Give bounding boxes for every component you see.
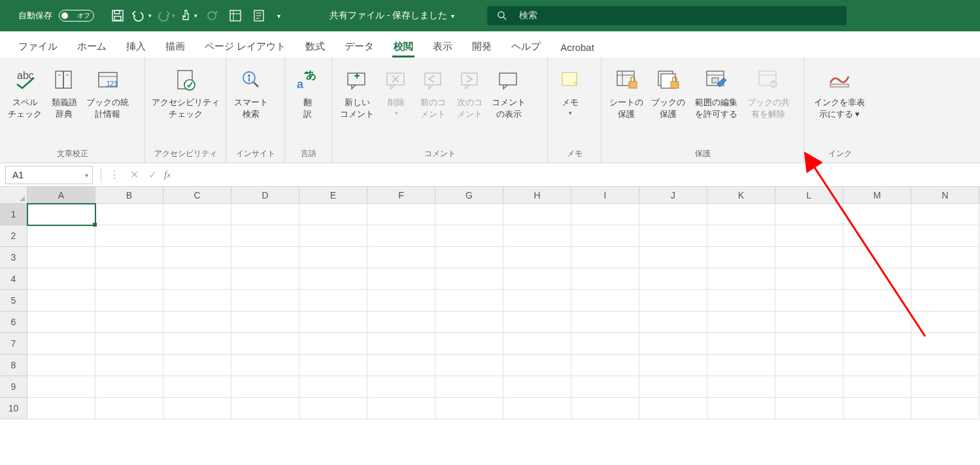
cell-A1[interactable] — [27, 204, 95, 225]
cell-N3[interactable] — [911, 247, 979, 268]
cell-F7[interactable] — [367, 333, 435, 355]
cell-M9[interactable] — [843, 376, 911, 398]
cell-H1[interactable] — [503, 204, 571, 225]
cell-C7[interactable] — [163, 333, 231, 355]
row-header-5[interactable]: 5 — [0, 290, 27, 312]
cell-A5[interactable] — [27, 290, 95, 312]
cell-A7[interactable] — [27, 333, 95, 355]
col-header-A[interactable]: A — [27, 187, 95, 203]
cell-D5[interactable] — [231, 290, 299, 312]
row-header-8[interactable]: 8 — [0, 355, 27, 376]
cell-L8[interactable] — [775, 355, 843, 376]
tab-7[interactable]: 校閲 — [384, 35, 422, 57]
cell-C6[interactable] — [163, 312, 231, 333]
workbook-stats-button[interactable]: 123 ブックの統 計情報 — [82, 61, 133, 148]
cell-M5[interactable] — [843, 290, 911, 312]
cell-A9[interactable] — [27, 376, 95, 398]
protect-sheet-button[interactable]: シートの 保護 — [605, 61, 647, 148]
cell-L3[interactable] — [775, 247, 843, 268]
cell-C8[interactable] — [163, 355, 231, 376]
cell-G1[interactable] — [435, 204, 503, 225]
tab-9[interactable]: 開発 — [463, 35, 501, 57]
thesaurus-button[interactable]: 類義語 辞典 — [46, 61, 82, 148]
tab-4[interactable]: ページ レイアウト — [195, 35, 295, 57]
cell-K6[interactable] — [707, 312, 775, 333]
cell-E6[interactable] — [299, 312, 367, 333]
cell-H9[interactable] — [503, 376, 571, 398]
cell-E10[interactable] — [299, 398, 367, 419]
cell-L9[interactable] — [775, 376, 843, 398]
cell-K8[interactable] — [707, 355, 775, 376]
tab-1[interactable]: ホーム — [68, 35, 116, 57]
cell-L1[interactable] — [775, 204, 843, 225]
cell-G3[interactable] — [435, 247, 503, 268]
cell-E1[interactable] — [299, 204, 367, 225]
cell-D8[interactable] — [231, 355, 299, 376]
cell-G10[interactable] — [435, 398, 503, 419]
cell-D1[interactable] — [231, 204, 299, 225]
cell-E2[interactable] — [299, 225, 367, 247]
cell-I8[interactable] — [571, 355, 639, 376]
col-header-E[interactable]: E — [299, 187, 367, 203]
col-header-G[interactable]: G — [435, 187, 503, 203]
name-box[interactable]: A1 ▾ — [5, 166, 93, 184]
row-header-2[interactable]: 2 — [0, 225, 27, 247]
cell-M10[interactable] — [843, 398, 911, 419]
cell-I10[interactable] — [571, 398, 639, 419]
new-comment-button[interactable]: 新しい コメント — [336, 61, 378, 148]
cell-F4[interactable] — [367, 268, 435, 290]
cell-N6[interactable] — [911, 312, 979, 333]
tab-11[interactable]: Acrobat — [551, 37, 603, 57]
cell-F2[interactable] — [367, 225, 435, 247]
col-header-D[interactable]: D — [231, 187, 299, 203]
cell-J7[interactable] — [639, 333, 707, 355]
redo-icon[interactable]: ▾ — [154, 6, 175, 25]
cell-H5[interactable] — [503, 290, 571, 312]
customize-qat-icon[interactable]: ▾ — [272, 6, 285, 25]
cell-N8[interactable] — [911, 355, 979, 376]
notes-button[interactable]: メモ ▾ — [552, 61, 588, 148]
cell-N7[interactable] — [911, 333, 979, 355]
document-title[interactable]: 共有ファイル - 保存しました ▾ — [329, 10, 454, 22]
cell-E4[interactable] — [299, 268, 367, 290]
row-header-3[interactable]: 3 — [0, 247, 27, 268]
cell-F9[interactable] — [367, 376, 435, 398]
cell-H7[interactable] — [503, 333, 571, 355]
cell-D10[interactable] — [231, 398, 299, 419]
cell-H8[interactable] — [503, 355, 571, 376]
cell-A10[interactable] — [27, 398, 95, 419]
formula-input[interactable] — [176, 166, 980, 184]
cell-L5[interactable] — [775, 290, 843, 312]
smart-lookup-button[interactable]: スマート 検索 — [230, 61, 272, 148]
tab-10[interactable]: ヘルプ — [502, 35, 550, 57]
cell-F1[interactable] — [367, 204, 435, 225]
tab-6[interactable]: データ — [335, 35, 383, 57]
cell-K5[interactable] — [707, 290, 775, 312]
cell-C3[interactable] — [163, 247, 231, 268]
cell-E3[interactable] — [299, 247, 367, 268]
cell-J3[interactable] — [639, 247, 707, 268]
cell-H3[interactable] — [503, 247, 571, 268]
col-header-N[interactable]: N — [911, 187, 979, 203]
repeat-icon[interactable] — [201, 6, 222, 25]
cell-N10[interactable] — [911, 398, 979, 419]
cell-C10[interactable] — [163, 398, 231, 419]
tab-0[interactable]: ファイル — [9, 35, 67, 57]
cell-I9[interactable] — [571, 376, 639, 398]
cell-J10[interactable] — [639, 398, 707, 419]
cell-K4[interactable] — [707, 268, 775, 290]
cell-E9[interactable] — [299, 376, 367, 398]
spell-check-button[interactable]: abc スペル チェック — [4, 61, 46, 148]
cell-C9[interactable] — [163, 376, 231, 398]
cell-L6[interactable] — [775, 312, 843, 333]
cell-D9[interactable] — [231, 376, 299, 398]
cell-I5[interactable] — [571, 290, 639, 312]
cell-I1[interactable] — [571, 204, 639, 225]
row-header-10[interactable]: 10 — [0, 398, 27, 419]
cell-D6[interactable] — [231, 312, 299, 333]
row-header-4[interactable]: 4 — [0, 268, 27, 290]
cell-G2[interactable] — [435, 225, 503, 247]
cell-B2[interactable] — [95, 225, 163, 247]
fx-icon[interactable]: fx — [164, 169, 171, 180]
cell-K2[interactable] — [707, 225, 775, 247]
